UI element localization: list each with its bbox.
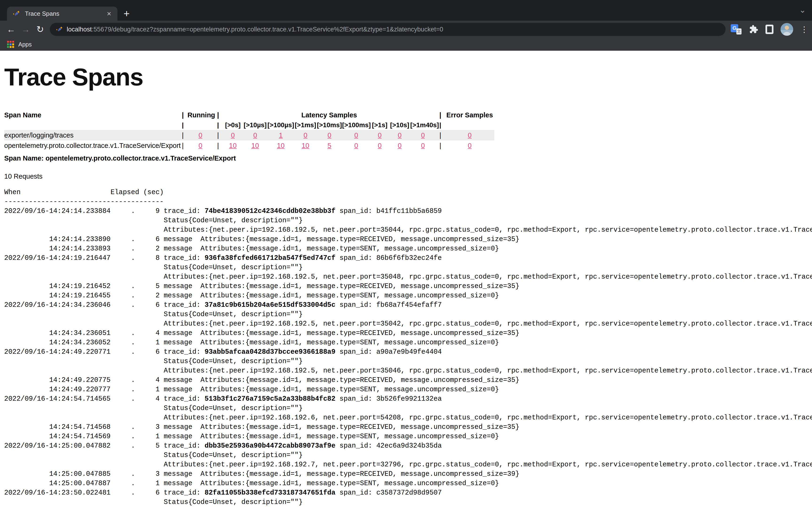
listing-line: Attributes:{net.peer.ip=192.168.192.6, n… [4,413,812,422]
browser-chrome: Trace Spans × + ⌄ ← → ↻ localhost:55679/… [0,0,812,51]
trace-id-value: 93abb5afcaa0428d37bccee9366188a9 [205,348,336,356]
listing-line: 14:24:49.220777 . 1 message Attributes:{… [4,385,812,394]
latency-count-link[interactable]: 10 [302,142,309,149]
running-count-link[interactable]: 0 [199,142,202,149]
latency-count-link[interactable]: 0 [398,131,402,139]
extensions-puzzle-icon[interactable] [749,24,758,34]
bucket-label: [>100µs] [267,120,294,130]
col-span-name: Span Name [4,110,178,120]
latency-count-link[interactable]: 0 [354,131,358,139]
latency-count-link[interactable]: 5 [327,142,331,149]
latency-count-link[interactable]: 0 [421,142,425,149]
close-tab-icon[interactable]: × [105,10,113,17]
separator: | [213,130,223,140]
latency-count-link[interactable]: 0 [253,131,257,139]
listing-line: Status{Code=Unset, description=""} [4,310,812,319]
listing-line: --------------------------------------- [4,197,812,207]
tracez-page: Trace Spans Span Name | Running | Latenc… [0,64,812,507]
page-title: Trace Spans [4,64,812,90]
listing-line: 14:24:34.236051 . 4 message Attributes:{… [4,329,812,338]
tab-trace-spans[interactable]: Trace Spans × [7,7,117,21]
latency-count-link[interactable]: 1 [279,131,283,139]
latency-count-link[interactable]: 0 [378,131,382,139]
trace-id-value: 82fa11055b338efcd733187347651fda [205,489,336,497]
latency-count-link[interactable]: 0 [354,142,358,149]
forward-button[interactable]: → [18,24,33,35]
reload-button[interactable]: ↻ [33,24,47,35]
latency-count-link[interactable]: 0 [304,131,307,139]
listing-line: 2022/09/16-14:24:19.216447 . 8 trace_id:… [4,253,812,263]
profile-avatar[interactable] [780,23,793,36]
bookmark-apps[interactable]: Apps [7,41,32,48]
latency-count-link[interactable]: 0 [421,131,425,139]
side-panel-icon[interactable] [765,25,773,34]
opentelemetry-icon [13,10,20,17]
separator: | [436,140,445,151]
latency-count-link[interactable]: 10 [277,142,285,149]
latency-count-link[interactable]: 0 [231,131,235,139]
browser-toolbar: ← → ↻ localhost:55679/debug/tracez?zspan… [0,21,812,38]
separator: | [436,130,445,140]
latency-count-link[interactable]: 0 [398,142,402,149]
bookmarks-bar: Apps [0,38,812,51]
listing-line: 2022/09/16-14:23:50.022481 . 6 trace_id:… [4,488,812,498]
table-header-row: Span Name | Running | Latency Samples | … [4,110,494,120]
listing-line: 2022/09/16-14:24:34.236046 . 6 trace_id:… [4,300,812,310]
span-summary-table: Span Name | Running | Latency Samples | … [4,110,494,151]
latency-count-link[interactable]: 10 [229,142,237,149]
url-bar[interactable]: localhost:55679/debug/tracez?zspanname=o… [50,23,725,36]
span-name-cell: opentelemetry.proto.collector.trace.v1.T… [4,140,178,151]
opentelemetry-icon [56,26,63,33]
error-count-link[interactable]: 0 [468,131,471,139]
browser-menu-icon[interactable]: ⋮ [800,25,808,34]
separator: | [436,110,445,120]
selected-span-heading: Span Name: opentelemetry.proto.collector… [4,155,812,162]
error-count-link[interactable]: 0 [468,142,471,149]
listing-line: 2022/09/16-14:24:54.714565 . 4 trace_id:… [4,394,812,404]
listing-line: 14:24:54.714568 . 3 message Attributes:{… [4,422,812,432]
listing-line: 14:24:34.236052 . 1 message Attributes:{… [4,338,812,347]
table-row: opentelemetry.proto.collector.trace.v1.T… [4,140,494,151]
running-count-link[interactable]: 0 [199,131,202,139]
listing-line: Status{Code=Unset, description=""} [4,216,812,225]
avatar-photo [780,23,793,36]
table-row: exporter/logging/traces | 0 | 0 0 1 0 0 … [4,130,494,140]
listing-line: Attributes:{net.peer.ip=192.168.192.5, n… [4,225,812,235]
listing-line: 2022/09/16-14:24:14.233884 . 9 trace_id:… [4,207,812,216]
trace-id-value: 936fa38fcfed661712ba547f5ed747cf [205,254,336,262]
listing-line: 14:24:54.714569 . 1 message Attributes:{… [4,432,812,441]
url-path: :55679/debug/tracez?zspanname=openteleme… [92,26,443,33]
listing-line: 14:24:14.233893 . 2 message Attributes:{… [4,244,812,253]
trace-id-value: 74be418390512c42346cddb02e38bb3f [205,207,336,215]
listing-line: 14:24:14.233890 . 6 message Attributes:{… [4,235,812,244]
bucket-label: [>10s] [389,120,410,130]
listing-line: 14:25:00.047887 . 1 message Attributes:{… [4,479,812,488]
trace-id-value: 513b3f1c276a7159c5a2a33b88b4fc82 [205,395,336,403]
listing-line: 14:25:00.047885 . 3 message Attributes:{… [4,469,812,479]
latency-count-link[interactable]: 10 [251,142,259,149]
latency-bucket-row: | | [>0s] [>10µs] [>100µs] [>1ms] [>10ms… [4,120,494,130]
url-text: localhost:55679/debug/tracez?zspanname=o… [67,26,443,33]
listing-line: Status{Code=Unset, description=""} [4,263,812,272]
latency-count-link[interactable]: 0 [378,142,382,149]
translate-button[interactable]: G 文 [731,24,742,35]
listing-line: 14:24:49.220775 . 4 message Attributes:{… [4,376,812,385]
separator: | [178,110,188,120]
bucket-label: [>100ms] [342,120,370,130]
trace-id-value: 37a81c9b615b204a6e515df533004d5c [205,301,336,309]
listing-line: 2022/09/16-14:24:49.220771 . 6 trace_id:… [4,347,812,357]
col-running: Running [188,110,213,120]
listing-line: Attributes:{net.peer.ip=192.168.192.7, n… [4,460,812,469]
new-tab-button[interactable]: + [123,8,130,19]
url-host: localhost [67,26,92,33]
bucket-label: [>1ms] [294,120,317,130]
span-name-cell: exporter/logging/traces [4,130,178,140]
request-count: 10 Requests [4,172,812,180]
apps-grid-icon [7,41,14,48]
latency-count-link[interactable]: 0 [327,131,331,139]
listing-line: 14:24:19.216452 . 5 message Attributes:{… [4,282,812,291]
bucket-label: [>1m40s] [410,120,436,130]
tab-search-chevron-icon[interactable]: ⌄ [799,5,806,14]
separator: | [178,120,188,130]
back-button[interactable]: ← [4,24,18,35]
